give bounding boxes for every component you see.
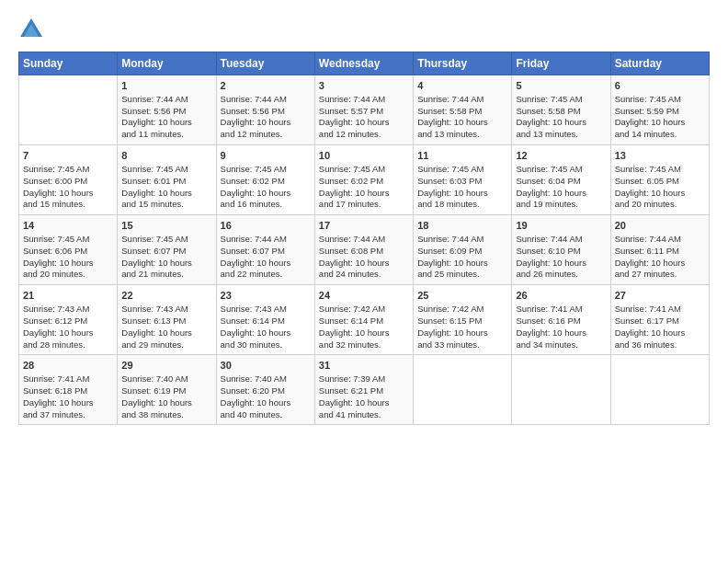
day-number: 26 — [516, 289, 606, 303]
day-info: Sunrise: 7:45 AM Sunset: 6:01 PM Dayligh… — [121, 164, 211, 211]
day-cell: 17Sunrise: 7:44 AM Sunset: 6:08 PM Dayli… — [314, 215, 413, 285]
day-info: Sunrise: 7:45 AM Sunset: 6:06 PM Dayligh… — [23, 234, 113, 281]
day-cell: 7Sunrise: 7:45 AM Sunset: 6:00 PM Daylig… — [19, 145, 118, 215]
header-cell-monday: Monday — [118, 52, 216, 75]
day-cell: 18Sunrise: 7:44 AM Sunset: 6:09 PM Dayli… — [414, 215, 512, 285]
day-cell: 25Sunrise: 7:42 AM Sunset: 6:15 PM Dayli… — [414, 285, 512, 355]
day-info: Sunrise: 7:45 AM Sunset: 6:07 PM Dayligh… — [121, 234, 211, 281]
day-number: 1 — [121, 79, 211, 93]
day-info: Sunrise: 7:44 AM Sunset: 5:57 PM Dayligh… — [319, 94, 409, 141]
day-number: 19 — [516, 219, 606, 233]
day-number: 27 — [615, 289, 705, 303]
logo-icon — [18, 17, 44, 42]
day-info: Sunrise: 7:43 AM Sunset: 6:12 PM Dayligh… — [23, 304, 113, 350]
week-row-1: 1Sunrise: 7:44 AM Sunset: 5:56 PM Daylig… — [19, 75, 710, 145]
day-cell: 11Sunrise: 7:45 AM Sunset: 6:03 PM Dayli… — [414, 145, 512, 215]
day-info: Sunrise: 7:41 AM Sunset: 6:17 PM Dayligh… — [615, 304, 705, 350]
day-info: Sunrise: 7:40 AM Sunset: 6:20 PM Dayligh… — [221, 373, 311, 420]
day-number: 11 — [417, 149, 507, 163]
day-number: 20 — [615, 219, 705, 233]
header-cell-tuesday: Tuesday — [216, 52, 314, 75]
day-number: 2 — [221, 79, 311, 93]
logo — [18, 17, 48, 42]
day-number: 30 — [221, 359, 311, 373]
day-cell: 20Sunrise: 7:44 AM Sunset: 6:11 PM Dayli… — [610, 215, 709, 285]
day-info: Sunrise: 7:44 AM Sunset: 5:58 PM Dayligh… — [417, 94, 507, 141]
day-cell: 5Sunrise: 7:45 AM Sunset: 5:58 PM Daylig… — [512, 75, 610, 145]
day-info: Sunrise: 7:44 AM Sunset: 6:09 PM Dayligh… — [417, 234, 507, 281]
header — [18, 17, 710, 42]
day-cell: 28Sunrise: 7:41 AM Sunset: 6:18 PM Dayli… — [19, 355, 118, 425]
day-cell: 1Sunrise: 7:44 AM Sunset: 5:56 PM Daylig… — [118, 75, 216, 145]
day-cell — [610, 355, 709, 425]
day-info: Sunrise: 7:41 AM Sunset: 6:16 PM Dayligh… — [516, 304, 606, 350]
day-info: Sunrise: 7:44 AM Sunset: 5:56 PM Dayligh… — [221, 94, 311, 141]
day-number: 24 — [319, 289, 409, 303]
day-info: Sunrise: 7:44 AM Sunset: 6:10 PM Dayligh… — [516, 234, 606, 281]
page: SundayMondayTuesdayWednesdayThursdayFrid… — [0, 0, 728, 563]
day-number: 10 — [319, 149, 409, 163]
header-cell-saturday: Saturday — [610, 52, 709, 75]
header-cell-friday: Friday — [512, 52, 610, 75]
day-cell: 31Sunrise: 7:39 AM Sunset: 6:21 PM Dayli… — [314, 355, 413, 425]
day-info: Sunrise: 7:45 AM Sunset: 5:58 PM Dayligh… — [516, 94, 606, 141]
day-number: 28 — [23, 359, 113, 373]
day-cell: 24Sunrise: 7:42 AM Sunset: 6:14 PM Dayli… — [314, 285, 413, 355]
week-row-3: 14Sunrise: 7:45 AM Sunset: 6:06 PM Dayli… — [19, 215, 710, 285]
day-info: Sunrise: 7:45 AM Sunset: 6:00 PM Dayligh… — [23, 164, 113, 211]
day-cell: 6Sunrise: 7:45 AM Sunset: 5:59 PM Daylig… — [610, 75, 709, 145]
calendar-body: 1Sunrise: 7:44 AM Sunset: 5:56 PM Daylig… — [19, 75, 710, 425]
day-cell: 29Sunrise: 7:40 AM Sunset: 6:19 PM Dayli… — [118, 355, 216, 425]
day-number: 17 — [319, 219, 409, 233]
day-cell — [512, 355, 610, 425]
day-number: 18 — [417, 219, 507, 233]
day-info: Sunrise: 7:45 AM Sunset: 6:04 PM Dayligh… — [516, 164, 606, 211]
calendar-header: SundayMondayTuesdayWednesdayThursdayFrid… — [19, 52, 710, 75]
day-number: 23 — [221, 289, 311, 303]
day-number: 5 — [516, 79, 606, 93]
day-number: 7 — [23, 149, 113, 163]
day-cell: 2Sunrise: 7:44 AM Sunset: 5:56 PM Daylig… — [216, 75, 314, 145]
day-info: Sunrise: 7:43 AM Sunset: 6:14 PM Dayligh… — [221, 304, 311, 350]
day-cell — [19, 75, 118, 145]
week-row-5: 28Sunrise: 7:41 AM Sunset: 6:18 PM Dayli… — [19, 355, 710, 425]
day-cell: 8Sunrise: 7:45 AM Sunset: 6:01 PM Daylig… — [118, 145, 216, 215]
day-info: Sunrise: 7:42 AM Sunset: 6:14 PM Dayligh… — [319, 304, 409, 350]
day-cell: 15Sunrise: 7:45 AM Sunset: 6:07 PM Dayli… — [118, 215, 216, 285]
day-info: Sunrise: 7:45 AM Sunset: 5:59 PM Dayligh… — [615, 94, 705, 141]
day-info: Sunrise: 7:45 AM Sunset: 6:02 PM Dayligh… — [319, 164, 409, 211]
day-number: 14 — [23, 219, 113, 233]
day-number: 31 — [319, 359, 409, 373]
header-cell-sunday: Sunday — [19, 52, 118, 75]
day-cell — [414, 355, 512, 425]
day-number: 16 — [221, 219, 311, 233]
calendar-table: SundayMondayTuesdayWednesdayThursdayFrid… — [18, 52, 710, 425]
week-row-4: 21Sunrise: 7:43 AM Sunset: 6:12 PM Dayli… — [19, 285, 710, 355]
day-number: 29 — [121, 359, 211, 373]
day-info: Sunrise: 7:44 AM Sunset: 6:08 PM Dayligh… — [319, 234, 409, 281]
day-cell: 14Sunrise: 7:45 AM Sunset: 6:06 PM Dayli… — [19, 215, 118, 285]
day-cell: 10Sunrise: 7:45 AM Sunset: 6:02 PM Dayli… — [314, 145, 413, 215]
day-cell: 22Sunrise: 7:43 AM Sunset: 6:13 PM Dayli… — [118, 285, 216, 355]
day-cell: 21Sunrise: 7:43 AM Sunset: 6:12 PM Dayli… — [19, 285, 118, 355]
day-number: 21 — [23, 289, 113, 303]
day-cell: 9Sunrise: 7:45 AM Sunset: 6:02 PM Daylig… — [216, 145, 314, 215]
day-cell: 27Sunrise: 7:41 AM Sunset: 6:17 PM Dayli… — [610, 285, 709, 355]
day-number: 4 — [417, 79, 507, 93]
day-number: 8 — [121, 149, 211, 163]
day-info: Sunrise: 7:45 AM Sunset: 6:05 PM Dayligh… — [615, 164, 705, 211]
day-cell: 30Sunrise: 7:40 AM Sunset: 6:20 PM Dayli… — [216, 355, 314, 425]
day-cell: 12Sunrise: 7:45 AM Sunset: 6:04 PM Dayli… — [512, 145, 610, 215]
day-cell: 13Sunrise: 7:45 AM Sunset: 6:05 PM Dayli… — [610, 145, 709, 215]
day-info: Sunrise: 7:44 AM Sunset: 6:07 PM Dayligh… — [221, 234, 311, 281]
day-info: Sunrise: 7:44 AM Sunset: 5:56 PM Dayligh… — [121, 94, 211, 141]
day-cell: 3Sunrise: 7:44 AM Sunset: 5:57 PM Daylig… — [314, 75, 413, 145]
week-row-2: 7Sunrise: 7:45 AM Sunset: 6:00 PM Daylig… — [19, 145, 710, 215]
day-cell: 26Sunrise: 7:41 AM Sunset: 6:16 PM Dayli… — [512, 285, 610, 355]
day-info: Sunrise: 7:45 AM Sunset: 6:03 PM Dayligh… — [417, 164, 507, 211]
day-number: 22 — [121, 289, 211, 303]
day-cell: 19Sunrise: 7:44 AM Sunset: 6:10 PM Dayli… — [512, 215, 610, 285]
day-info: Sunrise: 7:43 AM Sunset: 6:13 PM Dayligh… — [121, 304, 211, 350]
day-info: Sunrise: 7:42 AM Sunset: 6:15 PM Dayligh… — [417, 304, 507, 350]
day-number: 15 — [121, 219, 211, 233]
